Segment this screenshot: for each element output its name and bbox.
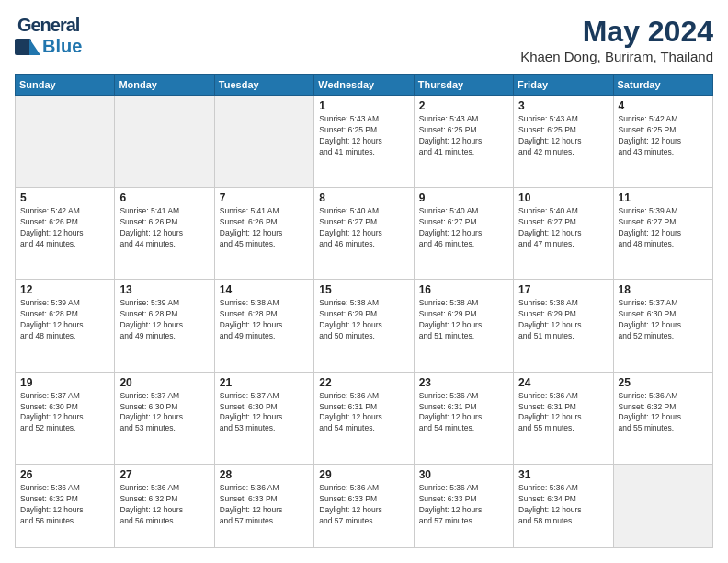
day-info: Sunrise: 5:40 AM Sunset: 6:27 PM Dayligh…: [518, 206, 608, 250]
calendar-cell: 27Sunrise: 5:36 AM Sunset: 6:32 PM Dayli…: [115, 464, 214, 547]
calendar-cell: 28Sunrise: 5:36 AM Sunset: 6:33 PM Dayli…: [214, 464, 313, 547]
weekday-header-sunday: Sunday: [16, 75, 115, 96]
day-info: Sunrise: 5:40 AM Sunset: 6:27 PM Dayligh…: [419, 206, 508, 250]
weekday-header-tuesday: Tuesday: [214, 75, 313, 96]
calendar-cell: [613, 464, 712, 547]
logo-general: General: [17, 15, 79, 36]
main-title: May 2024: [520, 15, 713, 49]
week-row-3: 12Sunrise: 5:39 AM Sunset: 6:28 PM Dayli…: [16, 280, 713, 372]
calendar-cell: 5Sunrise: 5:42 AM Sunset: 6:26 PM Daylig…: [16, 188, 115, 280]
calendar-cell: [115, 96, 214, 188]
week-row-5: 26Sunrise: 5:36 AM Sunset: 6:32 PM Dayli…: [16, 464, 713, 547]
day-info: Sunrise: 5:43 AM Sunset: 6:25 PM Dayligh…: [419, 114, 508, 158]
calendar-cell: 20Sunrise: 5:37 AM Sunset: 6:30 PM Dayli…: [115, 372, 214, 464]
day-number: 13: [119, 283, 209, 296]
day-number: 7: [220, 191, 309, 204]
day-info: Sunrise: 5:39 AM Sunset: 6:28 PM Dayligh…: [20, 298, 109, 342]
calendar-cell: [214, 96, 313, 188]
calendar-cell: 30Sunrise: 5:36 AM Sunset: 6:33 PM Dayli…: [414, 464, 513, 547]
calendar-cell: 16Sunrise: 5:38 AM Sunset: 6:29 PM Dayli…: [414, 280, 513, 372]
calendar-cell: 8Sunrise: 5:40 AM Sunset: 6:27 PM Daylig…: [314, 188, 414, 280]
calendar-cell: 7Sunrise: 5:41 AM Sunset: 6:26 PM Daylig…: [214, 188, 313, 280]
calendar-cell: 18Sunrise: 5:37 AM Sunset: 6:30 PM Dayli…: [613, 280, 712, 372]
calendar-cell: 21Sunrise: 5:37 AM Sunset: 6:30 PM Dayli…: [214, 372, 313, 464]
calendar-cell: 15Sunrise: 5:38 AM Sunset: 6:29 PM Dayli…: [314, 280, 414, 372]
logo: General Blue: [15, 15, 82, 59]
calendar-cell: 3Sunrise: 5:43 AM Sunset: 6:25 PM Daylig…: [514, 96, 613, 188]
header: General Blue May 2024 Khaen Dong, Burira…: [15, 15, 713, 64]
day-number: 25: [619, 376, 708, 389]
calendar-cell: 17Sunrise: 5:38 AM Sunset: 6:29 PM Dayli…: [514, 280, 613, 372]
calendar-cell: 26Sunrise: 5:36 AM Sunset: 6:32 PM Dayli…: [16, 464, 115, 547]
day-info: Sunrise: 5:36 AM Sunset: 6:32 PM Dayligh…: [20, 483, 109, 527]
day-info: Sunrise: 5:41 AM Sunset: 6:26 PM Dayligh…: [220, 206, 309, 250]
calendar-cell: 10Sunrise: 5:40 AM Sunset: 6:27 PM Dayli…: [514, 188, 613, 280]
day-number: 28: [220, 468, 309, 481]
calendar-cell: [16, 96, 115, 188]
day-info: Sunrise: 5:36 AM Sunset: 6:34 PM Dayligh…: [518, 483, 608, 527]
calendar-cell: 13Sunrise: 5:39 AM Sunset: 6:28 PM Dayli…: [115, 280, 214, 372]
day-info: Sunrise: 5:36 AM Sunset: 6:33 PM Dayligh…: [319, 483, 408, 527]
day-number: 26: [20, 468, 109, 481]
weekday-header-thursday: Thursday: [414, 75, 513, 96]
day-info: Sunrise: 5:38 AM Sunset: 6:29 PM Dayligh…: [518, 298, 608, 342]
calendar-cell: 2Sunrise: 5:43 AM Sunset: 6:25 PM Daylig…: [414, 96, 513, 188]
calendar-cell: 25Sunrise: 5:36 AM Sunset: 6:32 PM Dayli…: [613, 372, 712, 464]
day-number: 29: [319, 468, 408, 481]
day-number: 18: [619, 283, 708, 296]
logo-blue: Blue: [42, 36, 82, 57]
day-number: 15: [319, 283, 408, 296]
title-block: May 2024 Khaen Dong, Buriram, Thailand: [520, 15, 713, 64]
calendar-cell: 19Sunrise: 5:37 AM Sunset: 6:30 PM Dayli…: [16, 372, 115, 464]
weekday-header-monday: Monday: [115, 75, 214, 96]
day-number: 12: [20, 283, 109, 296]
day-info: Sunrise: 5:41 AM Sunset: 6:26 PM Dayligh…: [119, 206, 209, 250]
calendar-cell: 6Sunrise: 5:41 AM Sunset: 6:26 PM Daylig…: [115, 188, 214, 280]
calendar-cell: 24Sunrise: 5:36 AM Sunset: 6:31 PM Dayli…: [514, 372, 613, 464]
calendar-cell: 1Sunrise: 5:43 AM Sunset: 6:25 PM Daylig…: [314, 96, 414, 188]
calendar-cell: 14Sunrise: 5:38 AM Sunset: 6:28 PM Dayli…: [214, 280, 313, 372]
subtitle: Khaen Dong, Buriram, Thailand: [520, 49, 713, 64]
day-number: 2: [419, 99, 508, 112]
day-info: Sunrise: 5:36 AM Sunset: 6:31 PM Dayligh…: [319, 391, 408, 435]
calendar-cell: 4Sunrise: 5:42 AM Sunset: 6:25 PM Daylig…: [613, 96, 712, 188]
calendar-cell: 23Sunrise: 5:36 AM Sunset: 6:31 PM Dayli…: [414, 372, 513, 464]
day-info: Sunrise: 5:43 AM Sunset: 6:25 PM Dayligh…: [518, 114, 608, 158]
calendar-cell: 22Sunrise: 5:36 AM Sunset: 6:31 PM Dayli…: [314, 372, 414, 464]
calendar-cell: 9Sunrise: 5:40 AM Sunset: 6:27 PM Daylig…: [414, 188, 513, 280]
day-number: 14: [220, 283, 309, 296]
day-number: 19: [20, 376, 109, 389]
day-info: Sunrise: 5:36 AM Sunset: 6:32 PM Dayligh…: [119, 483, 209, 527]
day-number: 31: [518, 468, 608, 481]
day-number: 20: [119, 376, 209, 389]
day-info: Sunrise: 5:37 AM Sunset: 6:30 PM Dayligh…: [119, 391, 209, 435]
day-number: 23: [419, 376, 508, 389]
week-row-1: 1Sunrise: 5:43 AM Sunset: 6:25 PM Daylig…: [16, 96, 713, 188]
calendar-table: SundayMondayTuesdayWednesdayThursdayFrid…: [15, 74, 713, 548]
day-info: Sunrise: 5:38 AM Sunset: 6:29 PM Dayligh…: [419, 298, 508, 342]
day-number: 5: [20, 191, 109, 204]
day-number: 9: [419, 191, 508, 204]
day-info: Sunrise: 5:37 AM Sunset: 6:30 PM Dayligh…: [20, 391, 109, 435]
day-number: 6: [119, 191, 209, 204]
weekday-header-saturday: Saturday: [613, 75, 712, 96]
day-info: Sunrise: 5:37 AM Sunset: 6:30 PM Dayligh…: [220, 391, 309, 435]
week-row-4: 19Sunrise: 5:37 AM Sunset: 6:30 PM Dayli…: [16, 372, 713, 464]
day-number: 21: [220, 376, 309, 389]
day-info: Sunrise: 5:36 AM Sunset: 6:33 PM Dayligh…: [220, 483, 309, 527]
day-number: 8: [319, 191, 408, 204]
day-info: Sunrise: 5:36 AM Sunset: 6:31 PM Dayligh…: [419, 391, 508, 435]
day-number: 1: [319, 99, 408, 112]
calendar-cell: 11Sunrise: 5:39 AM Sunset: 6:27 PM Dayli…: [613, 188, 712, 280]
page: General Blue May 2024 Khaen Dong, Burira…: [0, 0, 728, 563]
svg-rect-0: [15, 39, 31, 55]
day-number: 24: [518, 376, 608, 389]
day-info: Sunrise: 5:39 AM Sunset: 6:28 PM Dayligh…: [119, 298, 209, 342]
day-number: 22: [319, 376, 408, 389]
calendar-cell: 31Sunrise: 5:36 AM Sunset: 6:34 PM Dayli…: [514, 464, 613, 547]
weekday-header-row: SundayMondayTuesdayWednesdayThursdayFrid…: [16, 75, 713, 96]
weekday-header-friday: Friday: [514, 75, 613, 96]
day-number: 27: [119, 468, 209, 481]
day-info: Sunrise: 5:38 AM Sunset: 6:28 PM Dayligh…: [220, 298, 309, 342]
day-number: 11: [619, 191, 708, 204]
